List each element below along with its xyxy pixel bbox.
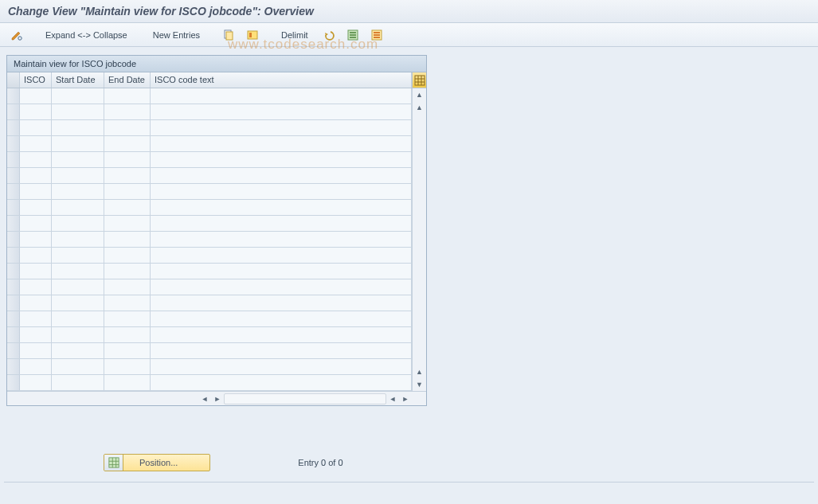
- vertical-scrollbar[interactable]: ▲ ▲ ▲ ▼: [412, 88, 426, 391]
- cell-isco[interactable]: [20, 104, 52, 119]
- cell-isco-text[interactable]: [151, 168, 412, 183]
- cell-start-date[interactable]: [52, 152, 104, 167]
- horizontal-scrollbar[interactable]: ◄ ► ◄ ►: [7, 391, 426, 405]
- cell-isco[interactable]: [20, 359, 52, 374]
- cell-end-date[interactable]: [104, 168, 151, 183]
- scroll-up-arrow-icon[interactable]: ▲: [413, 88, 426, 101]
- cell-end-date[interactable]: [104, 327, 151, 342]
- select-all-button[interactable]: [342, 26, 363, 44]
- cell-isco[interactable]: [20, 88, 52, 104]
- undo-button[interactable]: [319, 26, 339, 44]
- scroll-up-arrow2-icon[interactable]: ▲: [413, 101, 426, 114]
- copy-highlight-button[interactable]: [242, 26, 263, 44]
- cell-end-date[interactable]: [104, 311, 151, 326]
- row-selector[interactable]: [7, 136, 20, 151]
- row-selector[interactable]: [7, 232, 20, 247]
- cell-isco[interactable]: [20, 311, 52, 326]
- cell-end-date[interactable]: [104, 120, 151, 135]
- cell-isco[interactable]: [20, 232, 52, 247]
- cell-isco[interactable]: [20, 216, 52, 231]
- cell-end-date[interactable]: [104, 248, 151, 263]
- cell-start-date[interactable]: [52, 375, 104, 390]
- scroll-down-arrow2-icon[interactable]: ▼: [413, 378, 426, 391]
- cell-isco[interactable]: [20, 184, 52, 199]
- cell-isco[interactable]: [20, 120, 52, 135]
- cell-isco-text[interactable]: [151, 311, 412, 326]
- cell-end-date[interactable]: [104, 375, 151, 390]
- row-selector[interactable]: [7, 168, 20, 183]
- cell-isco[interactable]: [20, 152, 52, 167]
- cell-isco-text[interactable]: [151, 200, 412, 215]
- cell-end-date[interactable]: [104, 200, 151, 215]
- cell-isco-text[interactable]: [151, 120, 412, 135]
- cell-isco-text[interactable]: [151, 152, 412, 167]
- cell-isco[interactable]: [20, 136, 52, 151]
- cell-start-date[interactable]: [52, 311, 104, 326]
- cell-isco-text[interactable]: [151, 295, 412, 311]
- column-header-isco-text[interactable]: ISCO code text: [151, 72, 412, 88]
- row-selector[interactable]: [7, 295, 20, 311]
- cell-isco-text[interactable]: [151, 184, 412, 199]
- row-selector[interactable]: [7, 248, 20, 263]
- cell-end-date[interactable]: [104, 152, 151, 167]
- row-selector[interactable]: [7, 152, 20, 167]
- cell-end-date[interactable]: [104, 264, 151, 279]
- row-selector[interactable]: [7, 104, 20, 119]
- cell-isco[interactable]: [20, 343, 52, 358]
- cell-isco-text[interactable]: [151, 232, 412, 247]
- scroll-left-arrow-icon[interactable]: ◄: [199, 393, 210, 404]
- row-selector[interactable]: [7, 120, 20, 135]
- cell-end-date[interactable]: [104, 136, 151, 151]
- cell-isco-text[interactable]: [151, 216, 412, 231]
- cell-start-date[interactable]: [52, 295, 104, 311]
- position-button[interactable]: Position...: [104, 454, 210, 471]
- cell-start-date[interactable]: [52, 327, 104, 342]
- row-selector[interactable]: [7, 88, 20, 104]
- scroll-down-arrow-icon[interactable]: ▲: [413, 365, 426, 378]
- row-selector[interactable]: [7, 184, 20, 199]
- cell-end-date[interactable]: [104, 359, 151, 374]
- cell-start-date[interactable]: [52, 120, 104, 135]
- cell-start-date[interactable]: [52, 184, 104, 199]
- cell-start-date[interactable]: [52, 136, 104, 151]
- cell-isco[interactable]: [20, 264, 52, 279]
- cell-end-date[interactable]: [104, 232, 151, 247]
- cell-start-date[interactable]: [52, 104, 104, 119]
- select-all-column-header[interactable]: [7, 72, 20, 88]
- cell-end-date[interactable]: [104, 279, 151, 295]
- cell-start-date[interactable]: [52, 88, 104, 104]
- delimit-button[interactable]: Delimit: [274, 27, 315, 43]
- cell-start-date[interactable]: [52, 264, 104, 279]
- table-settings-button[interactable]: [412, 72, 426, 88]
- cell-start-date[interactable]: [52, 279, 104, 295]
- cell-end-date[interactable]: [104, 295, 151, 311]
- cell-isco-text[interactable]: [151, 279, 412, 295]
- row-selector[interactable]: [7, 279, 20, 295]
- cell-start-date[interactable]: [52, 168, 104, 183]
- cell-isco-text[interactable]: [151, 104, 412, 119]
- new-entries-button[interactable]: New Entries: [146, 27, 207, 43]
- row-selector[interactable]: [7, 216, 20, 231]
- cell-end-date[interactable]: [104, 88, 151, 104]
- cell-start-date[interactable]: [52, 343, 104, 358]
- scroll-right-inner-arrow-icon[interactable]: ►: [212, 393, 223, 404]
- cell-isco-text[interactable]: [151, 343, 412, 358]
- row-selector[interactable]: [7, 311, 20, 326]
- expand-collapse-button[interactable]: Expand <-> Collapse: [38, 27, 135, 43]
- copy-button[interactable]: [218, 26, 239, 44]
- cell-isco[interactable]: [20, 279, 52, 295]
- cell-isco-text[interactable]: [151, 327, 412, 342]
- cell-isco[interactable]: [20, 295, 52, 311]
- row-selector[interactable]: [7, 200, 20, 215]
- cell-isco-text[interactable]: [151, 359, 412, 374]
- cell-start-date[interactable]: [52, 216, 104, 231]
- cell-isco-text[interactable]: [151, 136, 412, 151]
- cell-end-date[interactable]: [104, 104, 151, 119]
- hscroll-track[interactable]: [224, 393, 386, 404]
- cell-start-date[interactable]: [52, 248, 104, 263]
- cell-start-date[interactable]: [52, 359, 104, 374]
- cell-end-date[interactable]: [104, 184, 151, 199]
- scroll-left-inner-arrow-icon[interactable]: ◄: [387, 393, 398, 404]
- row-selector[interactable]: [7, 264, 20, 279]
- cell-isco-text[interactable]: [151, 248, 412, 263]
